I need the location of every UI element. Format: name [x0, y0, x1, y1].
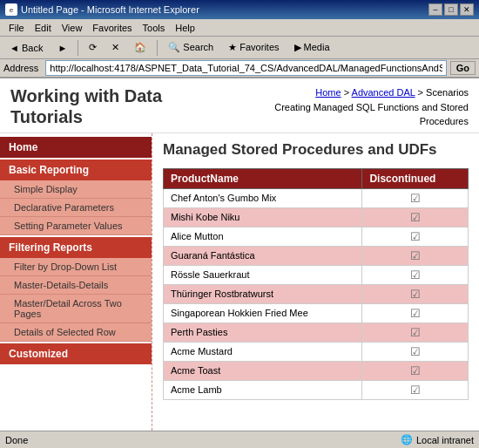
sidebar-item-details-selected-row[interactable]: Details of Selected Row	[0, 323, 152, 342]
breadcrumb-scenarios: Scenarios	[426, 87, 469, 98]
discontinued-cell: ☑	[362, 246, 469, 265]
product-name-cell: Thüringer Rostbratwurst	[164, 284, 362, 303]
sidebar-item-master-detail-pages[interactable]: Master/Detail Across Two Pages	[0, 295, 152, 323]
col-header-discontinued: Discontinued	[362, 168, 469, 188]
table-row: Guaraná Fantástica☑	[164, 246, 469, 265]
menu-file[interactable]: File	[3, 21, 30, 35]
checkbox-checked-icon: ☑	[410, 345, 421, 358]
checkbox-checked-icon: ☑	[410, 307, 421, 320]
page-content: Working with Data Tutorials Home > Advan…	[0, 78, 479, 431]
checkbox-checked-icon: ☑	[410, 364, 421, 377]
checkbox-checked-icon: ☑	[410, 326, 421, 339]
status-zone: 🌐 Local intranet	[401, 434, 474, 445]
breadcrumb-home[interactable]: Home	[315, 87, 341, 98]
sidebar-item-setting-parameter-values[interactable]: Setting Parameter Values	[0, 217, 152, 235]
title-bar: e Untitled Page - Microsoft Internet Exp…	[0, 0, 479, 19]
table-row: Acme Mustard☑	[164, 342, 469, 361]
menu-help[interactable]: Help	[170, 21, 200, 35]
breadcrumb-sep2: >	[415, 87, 427, 98]
sidebar-section-basic-reporting[interactable]: Basic Reporting	[0, 160, 152, 180]
sidebar-item-declarative-parameters[interactable]: Declarative Parameters	[0, 199, 152, 217]
table-row: Singaporean Hokkien Fried Mee☑	[164, 303, 469, 322]
window-controls: – □ ✕	[428, 3, 474, 16]
products-table: ProductName Discontinued Chef Anton's Gu…	[163, 168, 469, 400]
sidebar-item-master-details[interactable]: Master-Details-Details	[0, 276, 152, 295]
checkbox-checked-icon: ☑	[410, 384, 421, 397]
table-row: Thüringer Rostbratwurst☑	[164, 284, 469, 303]
content-area: Managed Stored Procedures and UDFs Produ…	[152, 133, 479, 431]
discontinued-cell: ☑	[362, 265, 469, 284]
table-row: Alice Mutton☑	[164, 227, 469, 246]
table-row: Acme Toast☑	[164, 361, 469, 380]
sidebar-item-filter-dropdown[interactable]: Filter by Drop-Down List	[0, 258, 152, 276]
refresh-button[interactable]: ⟳	[83, 39, 103, 56]
search-button[interactable]: 🔍 Search	[162, 39, 219, 56]
toolbar-separator-2	[157, 40, 158, 56]
discontinued-cell: ☑	[362, 380, 469, 399]
discontinued-cell: ☑	[362, 361, 469, 380]
product-name-cell: Acme Toast	[164, 361, 362, 380]
close-button[interactable]: ✕	[460, 3, 474, 16]
toolbar: ◄ Back ► ⟳ ✕ 🏠 🔍 Search ★ Favorites ▶ Me…	[0, 37, 479, 59]
sidebar-section-customized[interactable]: Customized	[0, 343, 152, 364]
go-button[interactable]: Go	[450, 61, 476, 75]
product-name-cell: Rössle Sauerkraut	[164, 265, 362, 284]
app-icon: e	[5, 3, 17, 16]
menu-favorites[interactable]: Favorites	[87, 21, 137, 35]
status-bar: Done 🌐 Local intranet	[0, 431, 479, 448]
menu-tools[interactable]: Tools	[138, 21, 171, 35]
home-button[interactable]: 🏠	[128, 39, 152, 56]
product-name-cell: Acme Mustard	[164, 342, 362, 361]
sidebar-item-home[interactable]: Home	[0, 137, 152, 158]
breadcrumb-sep1: >	[341, 87, 352, 98]
sidebar: Home Basic Reporting Simple Display Decl…	[0, 133, 152, 431]
page-header: Working with Data Tutorials Home > Advan…	[0, 78, 479, 133]
zone-icon: 🌐	[401, 434, 413, 445]
stop-button[interactable]: ✕	[105, 39, 125, 56]
breadcrumb-advanced-dal[interactable]: Advanced DAL	[352, 87, 415, 98]
menu-edit[interactable]: Edit	[30, 21, 57, 35]
zone-label: Local intranet	[416, 435, 474, 445]
content-title: Managed Stored Procedures and UDFs	[163, 140, 469, 160]
product-name-cell: Alice Mutton	[164, 227, 362, 246]
address-label: Address	[3, 63, 38, 73]
table-row: Chef Anton's Gumbo Mix☑	[164, 188, 469, 207]
media-button[interactable]: ▶ Media	[288, 39, 336, 56]
discontinued-cell: ☑	[362, 322, 469, 342]
checkbox-checked-icon: ☑	[410, 268, 421, 282]
table-row: Rössle Sauerkraut☑	[164, 265, 469, 284]
minimize-button[interactable]: –	[428, 3, 442, 16]
product-name-cell: Perth Pasties	[164, 322, 362, 342]
address-input[interactable]	[45, 60, 446, 76]
product-name-cell: Chef Anton's Gumbo Mix	[164, 188, 362, 207]
checkbox-checked-icon: ☑	[410, 288, 421, 301]
discontinued-cell: ☑	[362, 227, 469, 246]
discontinued-cell: ☑	[362, 207, 469, 227]
favorites-button[interactable]: ★ Favorites	[222, 39, 285, 56]
back-button[interactable]: ◄ Back	[3, 40, 49, 56]
table-row: Acme Lamb☑	[164, 380, 469, 399]
product-name-cell: Guaraná Fantástica	[164, 246, 362, 265]
status-text: Done	[5, 435, 28, 445]
forward-button[interactable]: ►	[51, 40, 73, 56]
table-row: Perth Pasties☑	[164, 322, 469, 342]
window-title: Untitled Page - Microsoft Internet Explo…	[21, 4, 199, 15]
discontinued-cell: ☑	[362, 303, 469, 322]
product-name-cell: Mishi Kobe Niku	[164, 207, 362, 227]
product-name-cell: Singaporean Hokkien Fried Mee	[164, 303, 362, 322]
maximize-button[interactable]: □	[444, 3, 458, 16]
menu-bar: File Edit View Favorites Tools Help	[0, 19, 479, 37]
menu-view[interactable]: View	[57, 21, 88, 35]
discontinued-cell: ☑	[362, 284, 469, 303]
sidebar-item-simple-display[interactable]: Simple Display	[0, 180, 152, 199]
col-header-product-name: ProductName	[164, 168, 362, 188]
page-title: Working with Data Tutorials	[10, 85, 232, 127]
product-name-cell: Acme Lamb	[164, 380, 362, 399]
breadcrumb-current: Creating Managed SQL Functions and Store…	[274, 102, 469, 127]
checkbox-checked-icon: ☑	[410, 249, 421, 262]
sidebar-section-filtering-reports[interactable]: Filtering Reports	[0, 237, 152, 258]
address-bar: Address Go	[0, 59, 479, 78]
toolbar-separator-1	[78, 40, 78, 56]
discontinued-cell: ☑	[362, 188, 469, 207]
checkbox-checked-icon: ☑	[410, 211, 421, 224]
